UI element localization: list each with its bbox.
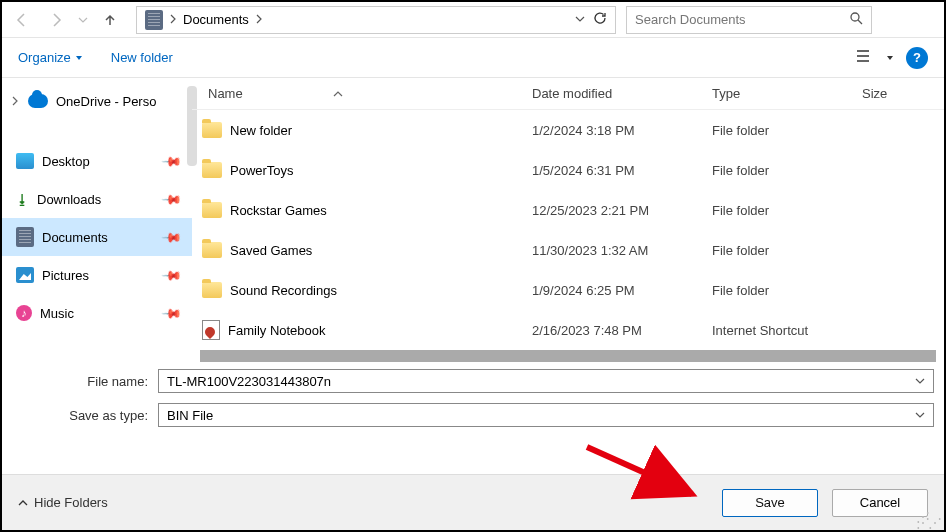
file-row[interactable]: Family Notebook2/16/2023 7:48 PMInternet… [192,310,944,350]
tree-label: Downloads [37,192,101,207]
column-header-type[interactable]: Type [696,86,846,101]
view-options-icon[interactable] [856,49,874,66]
file-type: File folder [696,283,846,298]
file-type: File folder [696,203,846,218]
file-date: 11/30/2023 1:32 AM [516,243,696,258]
organize-menu[interactable]: Organize [18,50,83,65]
nav-up-icon[interactable] [94,4,126,36]
file-list-header: Name Date modified Type Size [192,78,944,110]
file-row[interactable]: Rockstar Games12/25/2023 2:21 PMFile fol… [192,190,944,230]
tree-item-pictures[interactable]: Pictures 📌 [2,256,192,294]
col-label: Name [208,86,243,101]
folder-icon [202,202,222,218]
pictures-icon [16,267,34,283]
search-input[interactable]: Search Documents [626,6,872,34]
column-header-size[interactable]: Size [846,86,944,101]
tree-item-music[interactable]: ♪ Music 📌 [2,294,192,332]
chevron-up-icon [18,498,28,508]
save-button[interactable]: Save [722,489,818,517]
folder-icon [202,242,222,258]
tree-item-downloads[interactable]: ⭳ Downloads 📌 [2,180,192,218]
file-name: Family Notebook [228,323,326,338]
tree-label: OneDrive - Perso [56,94,156,109]
file-date: 12/25/2023 2:21 PM [516,203,696,218]
file-list: New folder1/2/2024 3:18 PMFile folderPow… [192,110,944,350]
pin-icon: 📌 [161,150,183,172]
file-name-value: TL-MR100V223031443807n [167,374,331,389]
file-name: PowerToys [230,163,294,178]
new-folder-button[interactable]: New folder [111,50,173,65]
pin-icon: 📌 [161,302,183,324]
pin-icon: 📌 [161,264,183,286]
file-row[interactable]: Sound Recordings1/9/2024 6:25 PMFile fol… [192,270,944,310]
save-as-type-value: BIN File [167,408,213,423]
nav-back-icon[interactable] [6,4,38,36]
pin-icon: 📌 [161,226,183,248]
search-placeholder: Search Documents [635,12,849,27]
file-row[interactable]: New folder1/2/2024 3:18 PMFile folder [192,110,944,150]
tree-label: Pictures [42,268,89,283]
tree-item-desktop[interactable]: Desktop 📌 [2,142,192,180]
column-header-name[interactable]: Name [192,86,516,101]
cancel-button[interactable]: Cancel [832,489,928,517]
tree-item-onedrive[interactable]: OneDrive - Perso [2,82,192,120]
save-label: Save [755,495,785,510]
file-row[interactable]: Saved Games11/30/2023 1:32 AMFile folder [192,230,944,270]
documents-location-icon [145,10,163,30]
file-date: 2/16/2023 7:48 PM [516,323,696,338]
file-name: New folder [230,123,292,138]
chevron-right-icon[interactable] [169,12,177,27]
help-icon[interactable]: ? [906,47,928,69]
col-label: Size [862,86,887,101]
column-header-date[interactable]: Date modified [516,86,696,101]
cancel-label: Cancel [860,495,900,510]
dropdown-caret-icon[interactable] [915,374,925,389]
hide-folders-label: Hide Folders [34,495,108,510]
file-name: Sound Recordings [230,283,337,298]
new-folder-label: New folder [111,50,173,65]
breadcrumb-label[interactable]: Documents [183,12,249,27]
file-date: 1/5/2024 6:31 PM [516,163,696,178]
sort-caret-up-icon [333,86,343,101]
downloads-icon: ⭳ [16,192,29,207]
save-as-type-label: Save as type: [12,408,158,423]
search-icon[interactable] [849,11,863,28]
file-type: File folder [696,243,846,258]
col-label: Date modified [532,86,612,101]
file-row[interactable]: PowerToys1/5/2024 6:31 PMFile folder [192,150,944,190]
shortcut-icon [202,320,220,340]
tree-label: Music [40,306,74,321]
tree-item-documents[interactable]: Documents 📌 [2,218,192,256]
file-type: Internet Shortcut [696,323,846,338]
refresh-icon[interactable] [593,11,607,28]
documents-icon [16,227,34,247]
horizontal-scrollbar[interactable] [200,350,936,362]
col-label: Type [712,86,740,101]
caret-down-icon[interactable] [886,54,894,62]
file-type: File folder [696,163,846,178]
file-type: File folder [696,123,846,138]
file-name: Rockstar Games [230,203,327,218]
dropdown-caret-icon[interactable] [915,408,925,423]
file-date: 1/9/2024 6:25 PM [516,283,696,298]
hide-folders-toggle[interactable]: Hide Folders [18,495,108,510]
folder-icon [202,282,222,298]
caret-down-icon [75,54,83,62]
nav-recent-dropdown-icon[interactable] [74,4,92,36]
address-bar[interactable]: Documents [136,6,616,34]
address-dropdown-icon[interactable] [575,12,585,27]
file-name-input[interactable]: TL-MR100V223031443807n [158,369,934,393]
nav-forward-icon[interactable] [40,4,72,36]
tree-label: Documents [42,230,108,245]
resize-grip-icon[interactable]: ⋰⋰⋰ [916,514,940,526]
folder-icon [202,122,222,138]
save-as-type-select[interactable]: BIN File [158,403,934,427]
onedrive-icon [28,94,48,108]
navigation-tree: OneDrive - Perso Desktop 📌 ⭳ Downloads 📌… [2,78,192,356]
pin-icon: 📌 [161,188,183,210]
chevron-right-icon[interactable] [10,96,20,106]
chevron-right-icon[interactable] [255,12,263,27]
desktop-icon [16,153,34,169]
tree-label: Desktop [42,154,90,169]
file-name-label: File name: [12,374,158,389]
